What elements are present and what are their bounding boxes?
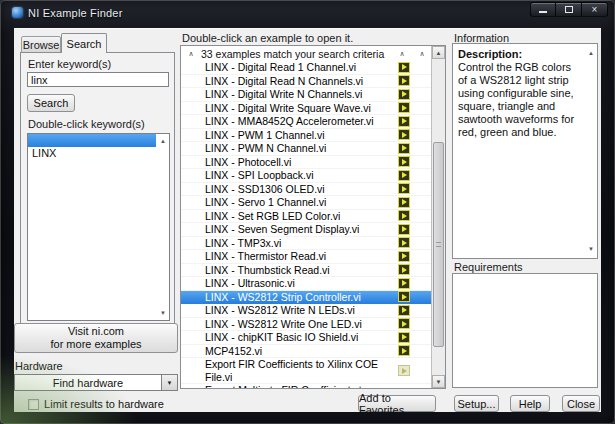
example-row[interactable]: LINX - SPI Loopback.vi — [181, 169, 431, 183]
scroll-down-icon[interactable]: ▼ — [588, 246, 594, 252]
maximize-icon — [565, 6, 573, 13]
example-row[interactable]: LINX - SSD1306 OLED.vi — [181, 183, 431, 197]
example-label: LINX - Thermistor Read.vi — [205, 250, 398, 263]
sort-asc-icon[interactable]: ∧ — [413, 50, 431, 58]
hardware-dropdown[interactable]: Find hardware ▼ — [14, 374, 178, 391]
example-row[interactable]: LINX - Digital Write Square Wave.vi — [181, 102, 431, 116]
example-label: Export FIR Coefficients to Xilinx COE Fi… — [205, 358, 398, 383]
scroll-up-icon[interactable]: ▲ — [160, 138, 166, 144]
example-row[interactable]: LINX - PWM 1 Channel.vi — [181, 129, 431, 143]
example-label: LINX - WS2812 Write N LEDs.vi — [205, 304, 398, 317]
example-row[interactable]: LINX - Set RGB LED Color.vi — [181, 210, 431, 224]
close-window-button[interactable]: × — [582, 2, 608, 17]
results-scrollbar[interactable]: ▲ ▼ — [431, 46, 445, 388]
scrollbar-thumb[interactable] — [433, 142, 444, 347]
example-row[interactable]: LINX - Ultrasonic.vi — [181, 277, 431, 291]
hardware-dropdown-value: Find hardware — [15, 377, 161, 389]
vi-icon — [398, 143, 410, 154]
search-button[interactable]: Search — [27, 94, 75, 112]
results-list[interactable]: ∧ 33 examples match your search criteria… — [180, 45, 446, 389]
vi-icon — [398, 116, 410, 127]
keyword-list-label: Double-click keyword(s) — [28, 118, 145, 130]
example-row[interactable]: MCP4152.vi — [181, 345, 431, 359]
example-row[interactable]: LINX - WS2812 Write One LED.vi — [181, 318, 431, 332]
vi-icon — [398, 305, 410, 316]
example-label: LINX - Servo 1 Channel.vi — [205, 196, 398, 209]
hardware-label: Hardware — [15, 360, 63, 372]
vi-icon — [398, 345, 410, 356]
scroll-down-icon: ▼ — [436, 379, 442, 385]
sort-asc-icon[interactable]: ∧ — [391, 50, 413, 58]
results-header-row[interactable]: ∧ 33 examples match your search criteria… — [181, 46, 431, 61]
limit-hardware-checkbox[interactable] — [28, 399, 39, 410]
example-label: LINX - chipKIT Basic IO Shield.vi — [205, 331, 398, 344]
scrollbar-down-button[interactable]: ▼ — [432, 375, 445, 388]
description-title: Description: — [458, 48, 583, 60]
example-row[interactable]: LINX - Digital Write N Channels.vi — [181, 88, 431, 102]
sort-asc-icon[interactable]: ∧ — [181, 50, 201, 58]
chevron-down-icon: ▼ — [167, 380, 173, 386]
scrollbar-up-button[interactable]: ▲ — [432, 46, 445, 59]
example-row[interactable]: LINX - WS2812 Strip Controller.vi — [181, 291, 431, 305]
results-instruction: Double-click an example to open it. — [182, 32, 353, 44]
keyword-input[interactable] — [27, 72, 169, 87]
vi-icon — [398, 197, 410, 208]
tab-browse[interactable]: Browse — [21, 36, 61, 53]
example-row[interactable]: LINX - Digital Read N Channels.vi — [181, 75, 431, 89]
scrollbar-grip-icon — [436, 242, 441, 247]
dropdown-arrow-button[interactable]: ▼ — [161, 375, 177, 390]
vi-icon — [398, 156, 410, 167]
help-button[interactable]: Help — [510, 395, 550, 412]
requirements-label: Requirements — [454, 261, 522, 273]
vi-icon — [398, 62, 410, 73]
titlebar[interactable]: NI Example Finder × — [0, 0, 615, 28]
visit-ni-button[interactable]: Visit ni.com for more examples — [14, 323, 178, 353]
minimize-button[interactable] — [530, 2, 556, 17]
tab-search[interactable]: Search — [61, 33, 107, 53]
tab-search-label: Search — [67, 38, 102, 50]
keyword-item[interactable] — [28, 134, 156, 147]
vi-icon — [398, 264, 410, 275]
keyword-item[interactable]: LINX — [28, 147, 156, 160]
information-box[interactable]: Description: Control the RGB colors of a… — [452, 43, 598, 259]
minimize-icon — [539, 11, 547, 13]
example-label: LINX - Photocell.vi — [205, 156, 398, 169]
description-text: Control the RGB colors of a WS2812 light… — [458, 61, 583, 139]
add-to-favorites-button[interactable]: Add to Favorites — [358, 395, 436, 412]
example-row[interactable]: LINX - Servo 1 Channel.vi — [181, 196, 431, 210]
limit-hardware-label: Limit results to hardware — [44, 398, 164, 410]
example-row[interactable]: LINX - MMA8452Q Accelerometer.vi — [181, 115, 431, 129]
vi-icon — [398, 224, 410, 235]
vi-icon — [398, 75, 410, 86]
example-row[interactable]: LINX - Seven Segment Display.vi — [181, 223, 431, 237]
example-row[interactable]: LINX - Digital Read 1 Channel.vi — [181, 61, 431, 75]
visit-ni-line1: Visit ni.com — [68, 325, 124, 338]
keyword-list[interactable]: LINX ▲ ▼ — [27, 133, 170, 321]
example-label: LINX - Ultrasonic.vi — [205, 277, 398, 290]
vi-icon — [398, 102, 410, 113]
window-frame: NI Example Finder × Browse Search Enter … — [0, 0, 615, 424]
scroll-down-icon[interactable]: ▼ — [160, 310, 166, 316]
example-row[interactable]: Export FIR Coefficients to Xilinx COE Fi… — [181, 358, 431, 384]
example-row[interactable]: LINX - PWM N Channel.vi — [181, 142, 431, 156]
vi-icon — [398, 89, 410, 100]
example-row[interactable]: LINX - chipKIT Basic IO Shield.vi — [181, 331, 431, 345]
example-row[interactable]: LINX - Photocell.vi — [181, 156, 431, 170]
close-button[interactable]: Close — [562, 395, 600, 412]
vi-icon — [398, 210, 410, 221]
example-label: LINX - Seven Segment Display.vi — [205, 223, 398, 236]
close-button-label: Close — [567, 398, 595, 410]
requirements-box[interactable] — [452, 273, 598, 388]
maximize-button[interactable] — [556, 2, 582, 17]
example-row[interactable]: LINX - Thermistor Read.vi — [181, 250, 431, 264]
example-row[interactable]: LINX - TMP3x.vi — [181, 237, 431, 251]
example-row[interactable]: LINX - Thumbstick Read.vi — [181, 264, 431, 278]
setup-button[interactable]: Setup... — [454, 395, 499, 412]
example-label: LINX - PWM 1 Channel.vi — [205, 129, 398, 142]
scroll-up-icon[interactable]: ▲ — [588, 50, 594, 56]
scroll-up-icon: ▲ — [436, 50, 442, 56]
app-icon — [12, 7, 23, 18]
vi-icon — [398, 237, 410, 248]
example-row[interactable]: Export Multirate FIR Coefficients to Xil… — [181, 384, 431, 388]
example-row[interactable]: LINX - WS2812 Write N LEDs.vi — [181, 304, 431, 318]
